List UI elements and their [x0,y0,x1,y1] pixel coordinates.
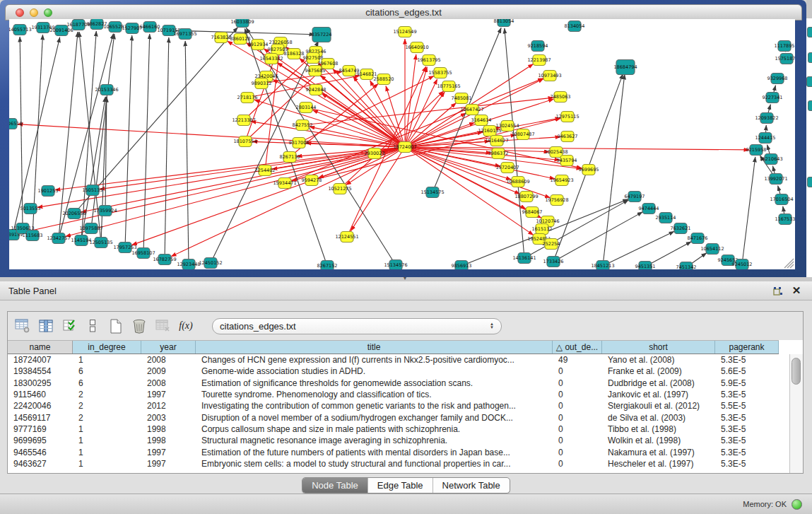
graph-node[interactable]: 1167533 [775,214,795,225]
table-cell[interactable]: 5.3E-5 [715,448,779,457]
graph-node[interactable]: 7163822 [211,33,232,43]
close-panel-icon[interactable]: ✕ [789,284,804,297]
table-cell[interactable]: 2003 [141,413,196,423]
table-cell[interactable]: 2008 [141,378,196,388]
table-cell[interactable]: Estimation of the future numbers of pati… [196,448,553,457]
table-cell[interactable]: Wolkin et al. (1998) [602,436,715,445]
graph-node[interactable]: 26206510 [9,119,23,129]
column-header-title[interactable]: title [196,341,553,354]
create-column-icon[interactable] [107,317,125,335]
graph-node[interactable]: 12450152 [199,258,222,269]
column-header-name[interactable]: name [8,341,73,354]
graph-node[interactable]: 10521275 [328,184,351,194]
table-cell[interactable]: 1 [73,355,141,365]
table-cell[interactable]: 5.3E-5 [715,413,779,423]
splitter-collapse-handle[interactable]: ▾ [400,276,410,281]
table-cell[interactable]: 2012 [141,401,196,411]
table-cell[interactable]: 22420046 [8,401,73,411]
table-row[interactable]: 1872400712008Changes of HCN gene express… [8,354,789,366]
column-header-in_degree[interactable]: in_degree [73,341,141,354]
table-cell[interactable]: 19384554 [8,366,73,376]
table-cell[interactable]: 14569117 [8,413,73,423]
table-options-icon[interactable] [13,317,32,335]
table-row[interactable]: 2242004622012Investigating the contribut… [8,400,789,411]
graph-node[interactable]: 16640910 [405,42,428,53]
graph-node[interactable]: 7485081 [452,93,472,104]
table-cell[interactable]: Nakamura et al. (1997) [602,448,715,457]
table-cell[interactable]: Franke et al. (2009) [602,366,715,376]
graph-node[interactable]: 252254 [543,239,560,250]
graph-node[interactable]: 15720407 [495,163,519,173]
graph-node[interactable]: 14055713 [9,25,32,35]
table-cell[interactable]: 9699695 [8,436,73,445]
table-cell[interactable]: Disruption of a novel member of a sodium… [196,413,553,423]
table-cell[interactable]: de Silva et al. (2003) [602,413,715,423]
table-cell[interactable]: Estimation of significance thresholds fo… [196,378,553,388]
table-cell[interactable]: Investigating the contribution of common… [196,401,553,411]
table-cell[interactable]: Embryonic stem cells: a model to study s… [196,459,553,469]
show-columns-icon[interactable] [37,317,55,335]
table-cell[interactable]: 1 [73,448,141,457]
graph-node[interactable]: 5013553 [20,204,41,214]
table-cell[interactable]: Hescheler et al. (1997) [602,459,715,469]
table-cell[interactable]: 1997 [141,459,196,469]
graph-node[interactable]: 14136141 [512,253,536,264]
graph-node[interactable]: 9463627 [558,132,578,142]
table-cell[interactable]: 0 [553,459,602,469]
table-cell[interactable]: 9463627 [8,459,73,469]
table-cell[interactable]: 1998 [141,424,196,434]
table-cell[interactable]: 1997 [141,390,196,399]
table-cell[interactable]: 18300295 [8,378,73,388]
graph-node[interactable]: 18775165 [437,81,460,92]
table-cell[interactable]: 5.3E-5 [715,424,779,434]
graph-node[interactable]: 9227341 [763,93,783,103]
delete-column-icon[interactable] [130,317,148,335]
table-cell[interactable]: 0 [553,413,602,423]
table-cell[interactable]: 2 [73,401,141,411]
table-row[interactable]: 946554611997Estimation of the future num… [8,446,789,457]
table-cell[interactable]: 9777169 [8,424,73,434]
graph-node[interactable]: 1244415 [755,133,776,144]
delete-table-icon[interactable] [153,317,172,335]
table-cell[interactable]: 1997 [141,448,196,457]
table-row[interactable]: 1938455462009Genome-wide association stu… [8,366,789,377]
column-header-pagerank[interactable]: pagerank [715,341,779,354]
graph-node[interactable]: 10654112 [700,244,724,255]
table-cell[interactable]: 49 [553,355,602,365]
graph-node[interactable]: 15134575 [420,187,444,198]
graph-node[interactable]: 12975115 [555,112,579,122]
table-cell[interactable]: Tibbo et al. (1998) [602,424,715,434]
table-cell[interactable]: 5.3E-5 [715,355,779,365]
table-row[interactable]: 911546021997Tourette syndrome. Phenomeno… [8,389,789,400]
table-cell[interactable]: 2009 [141,366,196,376]
network-window-titlebar[interactable]: citations_edges.txt [5,4,802,21]
table-cell[interactable]: 5.9E-5 [715,378,779,388]
table-row[interactable]: 969969511998Structural magnetic resonanc… [8,435,789,446]
graph-node[interactable]: 9594278 [302,175,322,186]
zoom-window-button[interactable] [44,8,52,17]
table-cell[interactable]: 0 [553,424,602,434]
table-cell[interactable]: Changes of HCN gene expression and I(f) … [196,355,553,365]
graph-node[interactable]: 19613795 [417,55,440,66]
table-cell[interactable]: Stergiakouli et al. (2012) [602,401,715,411]
graph-node[interactable]: 10807487 [511,129,534,140]
table-cell[interactable]: 5.6E-5 [715,366,779,376]
select-columns-icon[interactable] [60,317,78,335]
graph-node[interactable]: 15134576 [384,260,407,270]
graph-node[interactable]: 16164627 [485,136,508,146]
graph-node[interactable]: 8912934 [248,40,269,50]
graph-node[interactable]: 19654923 [550,175,573,186]
graph-node[interactable]: 12505135 [89,238,112,248]
table-cell[interactable]: 5.3E-5 [715,459,779,469]
graph-node[interactable]: 17016504 [770,194,793,205]
tab-node-table[interactable]: Node Table [302,478,367,493]
function-builder-icon[interactable]: f(x) [177,317,195,335]
table-cell[interactable]: 5.3E-5 [715,436,779,445]
resize-grip[interactable] [784,259,794,268]
network-canvas[interactable]: 1872400771638228860128891293423226058982… [9,19,795,269]
graph-node[interactable]: 1145194 [71,235,92,246]
table-cell[interactable]: 2008 [141,355,196,365]
table-cell[interactable]: 6 [73,366,141,376]
table-cell[interactable]: 2 [73,413,141,423]
graph-node[interactable]: 19756928 [545,195,568,206]
